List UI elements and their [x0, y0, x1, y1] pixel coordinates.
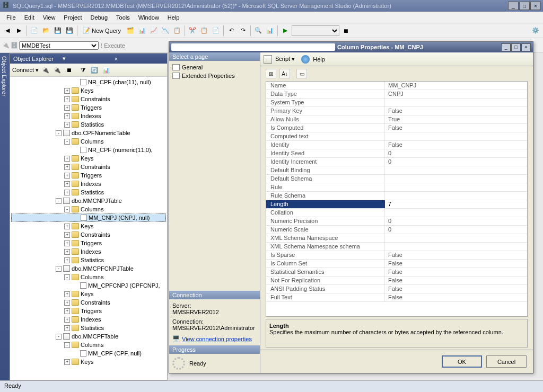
expand-icon[interactable]: +: [64, 122, 70, 128]
database-combo[interactable]: MMDBTest: [19, 41, 99, 50]
tree-node[interactable]: NR_CPF (numeric(11,0),: [11, 146, 166, 154]
collapse-icon[interactable]: -: [56, 130, 62, 136]
dmx-query-icon[interactable]: 📉: [160, 25, 171, 36]
tree-node[interactable]: +Indexes: [11, 315, 166, 324]
property-row[interactable]: Default Schema: [266, 175, 527, 183]
dialog-maximize-button[interactable]: □: [511, 43, 521, 51]
filter-icon[interactable]: ⧩: [78, 65, 87, 75]
tree-node[interactable]: +Statistics: [11, 188, 166, 197]
property-row[interactable]: Is ComputedFalse: [266, 124, 527, 132]
menu-debug[interactable]: Debug: [86, 13, 112, 22]
tree-node[interactable]: +Keys: [11, 358, 166, 366]
dialog-titlebar[interactable]: Column Properties - MM_CNPJ _ □ ×: [169, 42, 533, 52]
tree-node[interactable]: +Constraints: [11, 298, 166, 307]
alphabetical-button[interactable]: A↓: [279, 69, 290, 78]
expand-icon[interactable]: +: [64, 317, 70, 323]
tree-node[interactable]: +Statistics: [11, 256, 166, 264]
property-row[interactable]: Numeric Scale0: [266, 226, 527, 234]
property-row[interactable]: NameMM_CNPJ: [266, 82, 527, 90]
xmla-query-icon[interactable]: 📋: [172, 25, 182, 36]
analysis-query-icon[interactable]: 📊: [137, 25, 147, 36]
expand-icon[interactable]: +: [64, 249, 70, 255]
stop-icon[interactable]: ⏹: [64, 65, 74, 75]
undo-button[interactable]: ↶: [226, 25, 237, 36]
panel-close-icon[interactable]: ×: [115, 56, 164, 62]
report-icon[interactable]: 📊: [101, 65, 111, 75]
menu-tools[interactable]: Tools: [112, 13, 134, 22]
collapse-icon[interactable]: -: [56, 266, 62, 272]
expand-icon[interactable]: +: [64, 190, 70, 195]
tree-node[interactable]: +Statistics: [11, 120, 166, 129]
expand-icon[interactable]: +: [64, 224, 70, 229]
tree-node[interactable]: +Keys: [11, 290, 166, 298]
tree-node[interactable]: +Indexes: [11, 247, 166, 256]
expand-icon[interactable]: +: [64, 359, 70, 365]
redo-button[interactable]: ↷: [238, 25, 248, 36]
property-row[interactable]: Is SparseFalse: [266, 251, 527, 260]
tree-node[interactable]: +Constraints: [11, 230, 166, 239]
property-row[interactable]: Is Column SetFalse: [266, 260, 527, 268]
dialog-minimize-button[interactable]: _: [501, 43, 511, 51]
open-button[interactable]: 📂: [41, 25, 51, 36]
object-explorer-side-tab[interactable]: Object Explorer: [0, 53, 10, 380]
property-grid[interactable]: NameMM_CNPJData TypeCNPJSystem TypePrima…: [266, 81, 528, 317]
tree-node[interactable]: -Columns: [11, 273, 166, 281]
dialog-close-button[interactable]: ×: [521, 43, 531, 51]
collapse-icon[interactable]: -: [64, 342, 70, 348]
expand-icon[interactable]: +: [64, 164, 70, 170]
paste-button[interactable]: 📄: [211, 25, 221, 36]
expand-icon[interactable]: +: [64, 257, 70, 263]
property-row[interactable]: ANSI Padding StatusFalse: [266, 285, 527, 293]
db-engine-query-icon[interactable]: 🗂️: [125, 25, 136, 36]
tree-node[interactable]: +Triggers: [11, 307, 166, 315]
refresh-icon[interactable]: 🔄: [90, 65, 99, 75]
menu-file[interactable]: File: [2, 13, 20, 22]
save-button[interactable]: 💾: [52, 25, 63, 36]
collapse-icon[interactable]: -: [64, 139, 70, 145]
expand-icon[interactable]: +: [64, 300, 70, 306]
property-row[interactable]: XML Schema Namespace: [266, 234, 527, 243]
property-row[interactable]: Full TextFalse: [266, 293, 527, 302]
property-row[interactable]: Computed text: [266, 132, 527, 141]
property-row[interactable]: Numeric Precision0: [266, 217, 527, 226]
tree-node[interactable]: -Columns: [11, 341, 166, 349]
debug-target-combo[interactable]: [292, 25, 339, 36]
tree-node[interactable]: +Statistics: [11, 324, 166, 332]
activity-monitor-icon[interactable]: 📊: [265, 25, 275, 36]
page-general[interactable]: General: [171, 63, 258, 72]
start-debug-button[interactable]: ▶: [280, 25, 291, 36]
tree-node[interactable]: +Indexes: [11, 112, 166, 120]
expand-icon[interactable]: +: [64, 291, 70, 297]
new-query-button[interactable]: 📝 New Query: [80, 25, 124, 37]
tree-node[interactable]: MM_CPFCNPJ (CPFCNPJ,: [11, 281, 166, 290]
menu-help[interactable]: Help: [163, 13, 184, 22]
property-row[interactable]: Identity Increment0: [266, 158, 527, 166]
available-db-icon[interactable]: 🗄️: [11, 42, 18, 49]
forward-button[interactable]: ▶: [14, 25, 24, 36]
property-pages-button[interactable]: ▭: [296, 69, 307, 78]
tree-node[interactable]: NR_CPF (char(11), null): [11, 78, 166, 86]
tree-node[interactable]: +Triggers: [11, 171, 166, 180]
property-row[interactable]: Statistical SemanticsFalse: [266, 268, 527, 277]
cut-button[interactable]: ✂️: [187, 25, 198, 36]
minimize-button[interactable]: _: [508, 2, 519, 10]
expand-icon[interactable]: +: [64, 325, 70, 331]
change-connection-icon[interactable]: 🔌: [2, 42, 10, 49]
property-row[interactable]: Not For ReplicationFalse: [266, 277, 527, 285]
new-project-button[interactable]: 📄: [29, 25, 40, 36]
tree-node[interactable]: +Keys: [11, 222, 166, 230]
menu-project[interactable]: Project: [59, 13, 86, 22]
property-row[interactable]: XML Schema Namespace schema: [266, 243, 527, 251]
categorized-button[interactable]: ⊞: [266, 69, 276, 78]
close-button[interactable]: ×: [530, 2, 541, 10]
tree-node[interactable]: +Triggers: [11, 239, 166, 247]
expand-icon[interactable]: +: [64, 113, 70, 119]
tree-node[interactable]: +Keys: [11, 154, 166, 163]
object-tree[interactable]: NR_CPF (char(11), null)+Keys+Constraints…: [10, 77, 167, 380]
view-connection-properties-link[interactable]: View connection properties: [182, 336, 252, 342]
expand-icon[interactable]: +: [64, 96, 70, 102]
stop-button[interactable]: ⏹: [340, 25, 351, 36]
property-row[interactable]: Primary KeyFalse: [266, 107, 527, 115]
connect-dropdown[interactable]: Connect ▾: [12, 67, 39, 74]
tree-node[interactable]: MM_CNPJ (CNPJ, null): [11, 213, 166, 222]
